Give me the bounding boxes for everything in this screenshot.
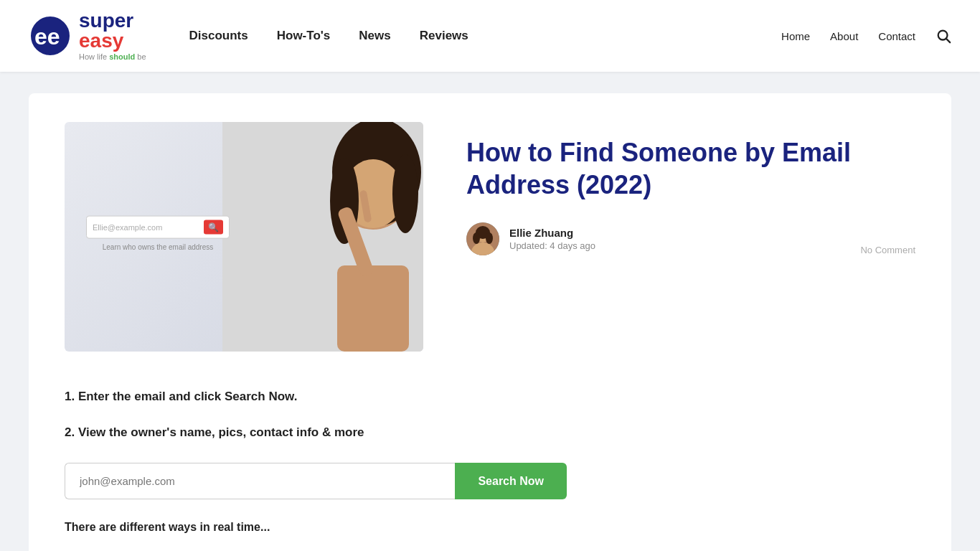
svg-point-18 — [486, 232, 493, 244]
article-title: How to Find Someone by Email Address (20… — [466, 136, 915, 201]
svg-point-17 — [473, 232, 480, 244]
svg-point-9 — [392, 154, 418, 233]
svg-line-3 — [946, 39, 950, 42]
nav-right: Home About Contact — [781, 28, 951, 44]
nav-contact[interactable]: Contact — [878, 30, 915, 42]
nav-home[interactable]: Home — [781, 30, 810, 42]
main-wrapper: Ellie@example.com 🔍 Learn who owns the e… — [0, 72, 980, 551]
avatar-image — [466, 222, 499, 255]
comment-count: No Comment — [860, 245, 915, 255]
author-info: Ellie Zhuang Updated: 4 days ago — [509, 227, 850, 251]
svg-rect-10 — [337, 265, 409, 352]
author-avatar — [466, 222, 499, 255]
logo-brand: super easy — [79, 11, 146, 51]
step-1-text: 1. Enter the email and click Search Now. — [65, 387, 915, 406]
nav-howtos[interactable]: How-To's — [277, 29, 331, 43]
logo-icon: ee — [29, 14, 72, 57]
search-widget: Search Now — [65, 463, 567, 499]
content-card: Ellie@example.com 🔍 Learn who owns the e… — [29, 93, 951, 551]
article-title-section: How to Find Someone by Email Address (20… — [466, 122, 915, 261]
article-image: Ellie@example.com 🔍 Learn who owns the e… — [65, 122, 423, 352]
step-1-number: 1. Enter the email and click Search Now. — [65, 390, 297, 403]
search-icon-button[interactable] — [936, 28, 951, 44]
article-header: Ellie@example.com 🔍 Learn who owns the e… — [65, 122, 915, 352]
svg-text:ee: ee — [34, 24, 60, 50]
mock-search-input-text: Ellie@example.com — [93, 223, 199, 232]
step-1: 1. Enter the email and click Search Now. — [65, 387, 915, 406]
email-search-input[interactable] — [65, 463, 455, 499]
search-now-button[interactable]: Search Now — [455, 463, 567, 499]
author-date: Updated: 4 days ago — [509, 240, 850, 251]
nav-news[interactable]: News — [359, 29, 390, 43]
search-icon — [936, 28, 951, 44]
nav-discounts[interactable]: Discounts — [189, 29, 248, 43]
image-mockup: Ellie@example.com 🔍 Learn who owns the e… — [86, 216, 230, 251]
mock-label: Learn who owns the email address — [86, 243, 230, 251]
author-row: Ellie Zhuang Updated: 4 days ago No Comm… — [466, 222, 915, 255]
logo-super: super — [79, 9, 133, 32]
logo-tagline-highlight: should — [109, 52, 135, 61]
logo-text: super easy How life should be — [79, 11, 146, 61]
article-body: 1. Enter the email and click Search Now.… — [65, 380, 915, 534]
logo-easy: easy — [79, 29, 123, 52]
woman-illustration — [222, 122, 423, 352]
main-nav: Discounts How-To's News Reviews — [189, 29, 782, 43]
site-logo[interactable]: ee super easy How life should be — [29, 11, 146, 61]
nav-reviews[interactable]: Reviews — [420, 29, 468, 43]
logo-tagline: How life should be — [79, 52, 146, 61]
site-header: ee super easy How life should be Discoun… — [0, 0, 980, 72]
mock-search-button[interactable]: 🔍 — [204, 220, 223, 235]
step-2-text: 2. View the owner's name, pics, contact … — [65, 423, 915, 442]
mock-search-bar: Ellie@example.com 🔍 — [86, 216, 230, 239]
author-name: Ellie Zhuang — [509, 227, 850, 239]
bottom-text: There are different ways in real time... — [65, 521, 915, 534]
step-2: 2. View the owner's name, pics, contact … — [65, 423, 915, 442]
step-2-number: 2. View the owner's name, pics, contact … — [65, 425, 364, 439]
nav-about[interactable]: About — [830, 30, 858, 42]
